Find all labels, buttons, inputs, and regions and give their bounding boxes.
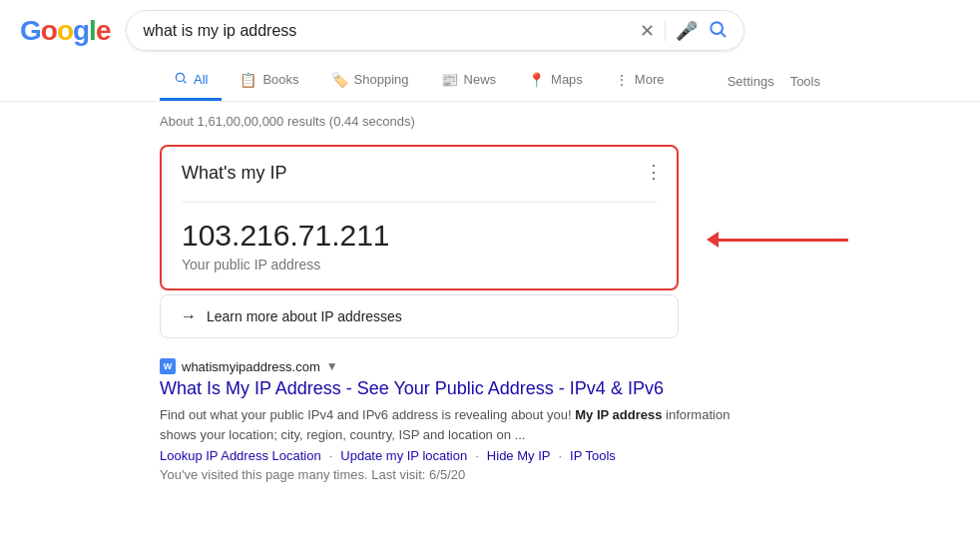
learn-more-row[interactable]: → Learn more about IP addresses bbox=[161, 295, 678, 337]
site-favicon: W bbox=[160, 358, 176, 374]
result-site: W whatismyipaddress.com ▼ bbox=[160, 358, 758, 374]
tab-maps[interactable]: 📍 Maps bbox=[514, 62, 597, 101]
svg-line-1 bbox=[722, 33, 726, 37]
clear-icon[interactable]: ✕ bbox=[640, 20, 655, 42]
tab-books[interactable]: 📋 Books bbox=[226, 62, 312, 101]
mic-icon[interactable]: 🎤 bbox=[676, 20, 698, 42]
news-icon: 📰 bbox=[441, 72, 458, 88]
search-icons: ✕ 🎤 bbox=[640, 19, 728, 42]
search-button[interactable] bbox=[708, 19, 728, 42]
featured-wrapper: What's my IP ⋮ 103.216.71.211 Your publi… bbox=[160, 145, 679, 298]
search-icon bbox=[708, 19, 728, 39]
search-tab-icon bbox=[174, 71, 188, 85]
site-domain: whatismyipaddress.com bbox=[182, 359, 320, 374]
site-dropdown-icon[interactable]: ▼ bbox=[326, 359, 338, 373]
result-link-0[interactable]: Lookup IP Address Location bbox=[160, 448, 321, 463]
books-icon: 📋 bbox=[240, 72, 256, 88]
featured-more-icon[interactable]: ⋮ bbox=[645, 161, 663, 183]
logo-o2: o bbox=[57, 15, 73, 46]
featured-ip: 103.216.71.211 bbox=[182, 219, 657, 253]
featured-box: What's my IP ⋮ 103.216.71.211 Your publi… bbox=[160, 145, 679, 290]
sep-1: · bbox=[475, 448, 479, 463]
logo-o1: o bbox=[41, 15, 57, 46]
main-content: About 1,61,00,00,000 results (0.44 secon… bbox=[0, 102, 980, 494]
tab-shopping-label: Shopping bbox=[354, 72, 409, 87]
result-title[interactable]: What Is My IP Address - See Your Public … bbox=[160, 376, 758, 401]
shopping-icon: 🏷️ bbox=[331, 72, 348, 88]
svg-point-2 bbox=[176, 73, 184, 81]
more-icon: ⋮ bbox=[615, 72, 629, 88]
result-link-3[interactable]: IP Tools bbox=[570, 448, 616, 463]
sep-0: · bbox=[329, 448, 333, 463]
result-item-0: W whatismyipaddress.com ▼ What Is My IP … bbox=[160, 358, 758, 482]
tools-link[interactable]: Tools bbox=[790, 74, 820, 89]
tab-more-label: More bbox=[635, 72, 665, 87]
logo-g2: g bbox=[73, 15, 89, 46]
all-icon bbox=[174, 71, 188, 88]
sep-2: · bbox=[558, 448, 562, 463]
featured-header: What's my IP ⋮ bbox=[162, 147, 677, 202]
arrow-body bbox=[719, 239, 848, 242]
learn-more-text: Learn more about IP addresses bbox=[207, 308, 402, 324]
tab-all-label: All bbox=[194, 72, 208, 87]
logo-l: l bbox=[89, 15, 96, 46]
learn-more-arrow-icon: → bbox=[181, 307, 197, 325]
result-count: About 1,61,00,00,000 results (0.44 secon… bbox=[160, 114, 820, 129]
logo-g: G bbox=[20, 15, 41, 46]
featured-ip-label: Your public IP address bbox=[182, 257, 657, 273]
tab-all[interactable]: All bbox=[160, 61, 222, 101]
maps-icon: 📍 bbox=[528, 72, 545, 88]
result-visited: You've visited this page many times. Las… bbox=[160, 467, 758, 482]
tab-maps-label: Maps bbox=[551, 72, 583, 87]
search-bar: ✕ 🎤 bbox=[126, 10, 744, 51]
search-input[interactable] bbox=[143, 22, 630, 40]
tab-news[interactable]: 📰 News bbox=[427, 62, 511, 101]
annotation-arrow bbox=[707, 232, 848, 248]
tab-shopping[interactable]: 🏷️ Shopping bbox=[317, 62, 423, 101]
tab-more[interactable]: ⋮ More bbox=[601, 62, 679, 101]
result-link-2[interactable]: Hide My IP bbox=[487, 448, 551, 463]
nav-settings: Settings Tools bbox=[728, 64, 820, 99]
result-link-1[interactable]: Update my IP location bbox=[340, 448, 467, 463]
result-desc: Find out what your public IPv4 and IPv6 … bbox=[160, 405, 758, 444]
arrowhead-left bbox=[707, 232, 719, 248]
featured-title: What's my IP bbox=[182, 163, 657, 184]
search-bar-wrapper: ✕ 🎤 bbox=[126, 10, 744, 51]
result-links: Lookup IP Address Location · Update my I… bbox=[160, 448, 758, 463]
google-logo: Google bbox=[20, 15, 110, 47]
settings-link[interactable]: Settings bbox=[728, 74, 774, 89]
learn-more-box: → Learn more about IP addresses bbox=[160, 294, 679, 338]
search-divider bbox=[665, 21, 666, 41]
header: Google ✕ 🎤 bbox=[0, 0, 980, 102]
svg-line-3 bbox=[184, 81, 187, 84]
nav-tabs: All 📋 Books 🏷️ Shopping 📰 News 📍 Maps ⋮ … bbox=[0, 61, 980, 102]
featured-data: 103.216.71.211 Your public IP address bbox=[162, 203, 677, 288]
logo-e: e bbox=[96, 15, 111, 46]
tab-books-label: Books bbox=[262, 72, 298, 87]
tab-news-label: News bbox=[464, 72, 497, 87]
